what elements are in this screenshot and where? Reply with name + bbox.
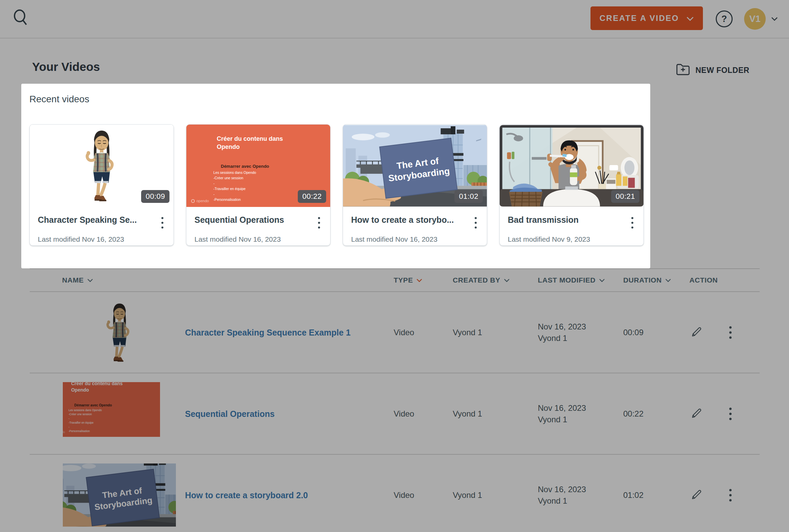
card-last-modified: Last modified Nov 16, 2023 <box>194 235 322 243</box>
opendo-logo: opendo <box>191 199 209 203</box>
video-thumbnail[interactable]: 00:21 <box>500 125 643 207</box>
card-last-modified: Last modified Nov 16, 2023 <box>38 235 165 243</box>
card-more-options-button[interactable] <box>629 215 635 231</box>
slide-line: -Travailler en équipe <box>213 186 256 191</box>
slide-body: Les sessions dans Opendo -Créer une sess… <box>213 170 256 202</box>
video-card[interactable]: 00:09 Character Speaking Se... Last modi… <box>30 124 174 246</box>
slide-line: -Créer une session <box>213 175 256 180</box>
card-last-modified: Last modified Nov 9, 2023 <box>508 235 635 243</box>
duration-badge: 00:22 <box>298 190 326 203</box>
slide-line: Les sessions dans Opendo <box>213 170 256 175</box>
duration-badge: 00:21 <box>611 190 639 203</box>
card-title[interactable]: How to create a storybo... <box>351 215 454 225</box>
slide-line: -Personnalisation <box>213 197 256 202</box>
recent-videos-panel: Recent videos 00:09 Character Speaking S… <box>21 84 650 268</box>
video-card[interactable]: 00:21 Bad transmission Last modified Nov… <box>499 124 644 246</box>
video-card[interactable]: 01:02 How to create a storybo... Last mo… <box>343 124 487 246</box>
slide-title: Créer du contenu dans Opendo <box>217 135 301 151</box>
duration-badge: 00:09 <box>141 190 169 203</box>
card-more-options-button[interactable] <box>159 215 165 231</box>
recent-videos-heading: Recent videos <box>30 94 89 104</box>
card-title[interactable]: Sequential Operations <box>194 215 284 225</box>
slide-line: - <box>213 191 256 197</box>
slide-line: - <box>213 180 256 186</box>
card-title[interactable]: Character Speaking Se... <box>38 215 137 225</box>
card-more-options-button[interactable] <box>316 215 322 231</box>
card-more-options-button[interactable] <box>473 215 479 231</box>
app-window: CREATE A VIDEO ? V1 Your Videos NEW FOLD… <box>0 0 789 532</box>
slide-subtitle: Démarrer avec Opendo <box>221 164 269 169</box>
card-last-modified: Last modified Nov 16, 2023 <box>351 235 479 243</box>
duration-badge: 01:02 <box>454 190 483 203</box>
video-thumbnail[interactable]: 01:02 <box>343 125 487 207</box>
video-card[interactable]: Créer du contenu dans Opendo Démarrer av… <box>186 124 331 246</box>
card-title[interactable]: Bad transmission <box>508 215 579 225</box>
video-thumbnail[interactable]: 00:09 <box>30 125 173 207</box>
video-thumbnail[interactable]: Créer du contenu dans Opendo Démarrer av… <box>186 125 330 207</box>
